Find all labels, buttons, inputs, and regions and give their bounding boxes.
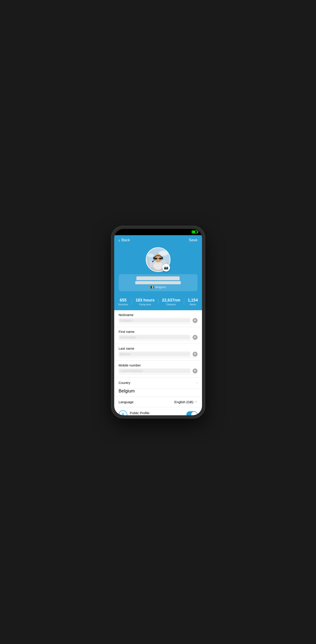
stat-sessions: 655 Sessions: [118, 298, 128, 306]
mobile-clear-button[interactable]: ✕: [192, 368, 198, 374]
svg-point-2: [147, 254, 154, 257]
save-button[interactable]: Save: [189, 238, 198, 242]
firstname-field: First name Christophe ✕: [114, 327, 202, 344]
toggle-knob: [191, 412, 197, 415]
nickname-value[interactable]: Cerkens: [119, 318, 190, 323]
lastname-label: Last name: [119, 346, 198, 350]
phone-device: ‹ Back Save: [111, 226, 205, 418]
stat-flying-label: Flying time: [139, 303, 151, 306]
language-label: Language: [119, 400, 134, 404]
form-section: Nickname Cerkens ✕ First name Christophe: [114, 310, 202, 415]
public-profile-icon: [119, 410, 127, 415]
profile-country-row: 🇧🇪 Belgium: [122, 286, 194, 289]
stats-row: 655 Sessions 183 hours Flying time 22,63…: [114, 295, 202, 306]
stat-alerts-label: Alerts: [190, 303, 196, 306]
public-profile-toggle[interactable]: [186, 411, 198, 415]
mobile-value[interactable]: +32475285910: [119, 368, 190, 373]
stat-alerts-value: 1,154: [188, 298, 198, 302]
profile-name: Cerkens (Christophe Erkens): [136, 276, 180, 280]
nickname-clear-button[interactable]: ✕: [192, 318, 198, 323]
phone-screen: ‹ Back Save: [114, 229, 202, 415]
stat-divider-3: [184, 299, 184, 305]
nickname-input-row: Cerkens ✕: [119, 318, 198, 324]
lastname-value[interactable]: Erkens: [119, 352, 190, 356]
stat-distance: 22,637nm Distance: [162, 298, 180, 306]
dropdown-arrow-icon: ▼: [195, 400, 198, 404]
back-label: Back: [122, 238, 130, 242]
stat-distance-label: Distance: [166, 303, 176, 306]
flag-icon: 🇧🇪: [150, 286, 154, 289]
avatar-wrapper: 📷: [146, 247, 170, 272]
back-button[interactable]: ‹ Back: [119, 238, 130, 242]
chevron-right-icon: ›: [196, 380, 198, 385]
camera-button[interactable]: 📷: [162, 264, 170, 272]
lastname-clear-button[interactable]: ✕: [192, 352, 198, 356]
svg-point-14: [122, 413, 124, 414]
nav-bar: ‹ Back Save: [114, 235, 202, 245]
stat-divider-1: [132, 299, 132, 305]
language-value-row: English (GB) ▼: [174, 400, 198, 404]
profile-email: b9tbbvynas@privaterelay.appleid.com: [135, 281, 181, 284]
clear-x-icon-4: ✕: [194, 370, 196, 372]
mobile-label: Mobile number: [119, 363, 198, 367]
lastname-field: Last name Erkens ✕: [114, 344, 202, 361]
country-value: Belgium: [119, 388, 135, 393]
nickname-field: Nickname Cerkens ✕: [114, 310, 202, 327]
country-field[interactable]: Country ›: [114, 378, 202, 388]
stat-alerts: 1,154 Alerts: [188, 298, 198, 306]
country-value-row: Belgium: [114, 388, 202, 397]
mobile-field: Mobile number +32475285910 ✕: [114, 361, 202, 378]
public-profile-field: Public Profile Everyone can view your ni…: [114, 407, 202, 415]
header-section: ‹ Back Save: [114, 235, 202, 310]
public-profile-subtitle: Everyone can view your nickname,: [130, 415, 171, 415]
stat-sessions-label: Sessions: [118, 303, 128, 306]
mobile-input-row: +32475285910 ✕: [119, 368, 198, 374]
public-profile-left: Public Profile Everyone can view your ni…: [119, 410, 171, 415]
nickname-label: Nickname: [119, 313, 198, 317]
profile-info-box: Cerkens (Christophe Erkens) b9tbbvynas@p…: [119, 274, 198, 291]
avatar-section: 📷 Cerkens (Christophe Erkens) b9tbbvynas…: [114, 245, 202, 295]
lastname-input-row: Erkens ✕: [119, 352, 198, 358]
clear-x-icon: ✕: [194, 319, 196, 322]
svg-rect-10: [161, 257, 163, 259]
public-profile-text: Public Profile Everyone can view your ni…: [130, 411, 171, 415]
language-value: English (GB): [174, 400, 194, 404]
stat-flying: 183 hours Flying time: [136, 298, 154, 306]
battery-icon: [192, 230, 198, 234]
public-profile-title: Public Profile: [130, 411, 171, 415]
battery-fill: [192, 231, 195, 233]
stat-flying-value: 183 hours: [136, 298, 154, 302]
stat-sessions-value: 655: [120, 298, 126, 302]
language-field[interactable]: Language English (GB) ▼: [114, 397, 202, 407]
firstname-input-row: Christophe ✕: [119, 335, 198, 341]
svg-point-12: [152, 261, 154, 262]
svg-rect-9: [153, 257, 155, 259]
svg-point-13: [154, 262, 163, 270]
firstname-value[interactable]: Christophe: [119, 335, 190, 340]
chevron-left-icon: ‹: [119, 238, 120, 242]
camera-icon: 📷: [164, 266, 168, 270]
stat-divider-2: [158, 299, 158, 305]
status-bar: [114, 229, 202, 235]
country-label: Country: [119, 381, 130, 384]
clear-x-icon-3: ✕: [194, 352, 196, 356]
stat-distance-value: 22,637nm: [162, 298, 180, 302]
screen-content: ‹ Back Save: [114, 235, 202, 415]
firstname-label: First name: [119, 330, 198, 334]
profile-country: Belgium: [156, 286, 166, 289]
clear-x-icon-2: ✕: [194, 336, 196, 339]
firstname-clear-button[interactable]: ✕: [192, 335, 198, 340]
